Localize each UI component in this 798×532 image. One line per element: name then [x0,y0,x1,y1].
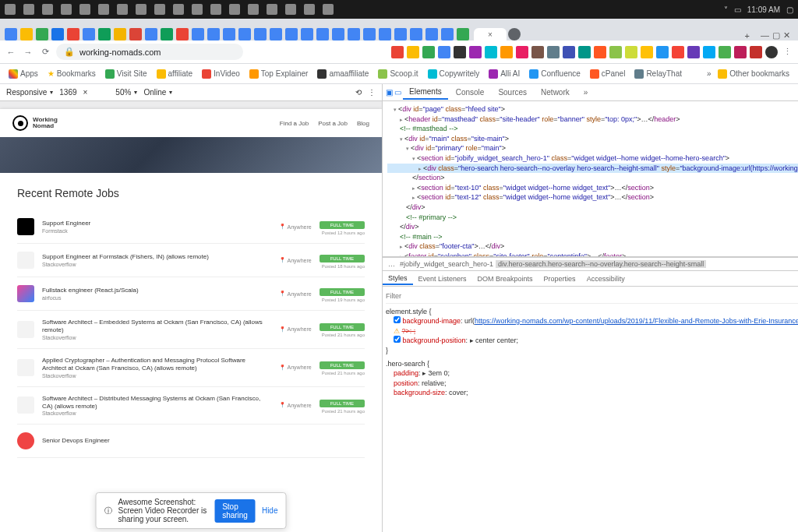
tab-favicon[interactable] [145,28,157,41]
tab-favicon[interactable] [176,28,189,41]
nav-link[interactable]: Find a Job [280,120,309,127]
extension-icon[interactable] [594,46,606,58]
tab-favicon[interactable] [332,28,344,41]
extension-icon[interactable] [500,46,513,58]
dom-tree[interactable]: <div id="page" class="hfeed site"> <head… [383,101,798,257]
extension-icon[interactable] [719,46,731,58]
job-row[interactable]: Support Engineer at Formstack (Fishers, … [17,244,365,277]
job-row[interactable]: Software Architect – Distributed Messagi… [17,387,365,425]
tab-favicon[interactable] [441,28,454,41]
extension-icon[interactable] [687,46,700,58]
other-bookmarks[interactable]: » Other bookmarks [703,67,793,81]
bookmark-item[interactable]: amaaffiliate [313,67,373,81]
tab-favicon[interactable] [192,28,204,41]
tab-sources[interactable]: Sources [492,86,533,99]
taskbar-app-icon[interactable] [61,4,72,15]
tab-favicon[interactable] [348,28,360,41]
extension-icon[interactable] [672,46,684,58]
back-button[interactable]: ← [5,46,17,58]
bookmark-item[interactable]: Confluence [525,67,584,81]
dom-breakpoints-tab[interactable]: DOM Breakpoints [472,273,538,284]
extension-icon[interactable] [516,46,528,58]
extension-icon[interactable] [485,46,497,58]
taskbar-app-icon[interactable] [98,4,109,15]
event-listeners-tab[interactable]: Event Listeners [413,273,472,284]
css-prop-toggle[interactable] [394,316,401,323]
styles-tab[interactable]: Styles [383,273,413,285]
device-toggle-icon[interactable]: ▭ [394,88,401,97]
selected-dom-node[interactable]: <div class="hero-search hero-search--no-… [387,164,798,174]
extension-icon[interactable] [531,46,544,58]
device-mode-select[interactable]: Responsive [6,88,53,97]
throttle-select[interactable]: Online [143,88,172,97]
tab-favicon[interactable] [207,28,220,41]
tab-favicon[interactable] [5,28,17,41]
tab-favicon[interactable] [394,28,407,41]
tab-console[interactable]: Console [450,86,491,99]
device-menu-icon[interactable]: ⋮ [368,88,376,97]
url-input[interactable]: 🔒 working-nomads.com [56,44,243,60]
tab-close-icon[interactable]: × [488,30,493,39]
active-tab[interactable]: × [474,28,507,41]
bookmark-item[interactable]: Alli AI [485,67,524,81]
tab-favicon[interactable] [363,28,376,41]
taskbar-app-icon[interactable] [173,4,184,15]
bookmark-item[interactable]: InVideo [198,67,244,81]
extension-icon[interactable] [438,46,450,58]
bookmark-item[interactable]: Visit Site [101,67,151,81]
bookmark-item[interactable]: Scoop.it [374,67,422,81]
extension-icon[interactable] [469,46,482,58]
tab-favicon[interactable] [301,28,313,41]
tray-notifications-icon[interactable]: ▢ [786,5,793,14]
tab-elements[interactable]: Elements [403,85,448,100]
extension-icon[interactable] [703,46,715,58]
job-row[interactable]: Applied Cryptographer – Authentication a… [17,349,365,387]
tab-favicon[interactable] [410,28,422,41]
taskbar-app-icon[interactable] [285,4,296,15]
job-row[interactable]: Software Architect – Embedded Systems at… [17,311,365,349]
device-rotate-icon[interactable]: ⟲ [355,88,362,97]
extension-icon[interactable] [563,46,575,58]
styles-filter-input[interactable] [386,292,798,300]
tab-favicon[interactable] [316,28,329,41]
job-row[interactable]: Fullstack engineer (React.js/Scala)airfo… [17,277,365,311]
tab-favicon[interactable] [457,28,469,41]
window-close-icon[interactable]: ✕ [783,30,790,41]
tab-favicon[interactable] [51,28,64,41]
taskbar-app-icon[interactable] [117,4,128,15]
extension-icon[interactable] [547,46,560,58]
tab-favicon[interactable] [425,28,438,41]
bookmark-item[interactable]: ★Bookmarks [44,67,100,80]
taskbar-app-icon[interactable] [5,4,16,15]
taskbar-app-icon[interactable] [192,4,203,15]
tab-favicon[interactable] [161,28,173,41]
taskbar-app-icon[interactable] [229,4,240,15]
job-row[interactable]: Support EngineerFormstack📍AnywhereFULL T… [17,210,365,244]
extension-icon[interactable] [656,46,669,58]
tab-favicon[interactable] [508,28,521,41]
tab-favicon[interactable] [270,28,282,41]
bookmark-item[interactable]: cPanel [586,67,630,81]
extension-icon[interactable] [422,46,435,58]
taskbar-app-icon[interactable] [79,4,90,15]
tab-favicon[interactable] [83,28,95,41]
site-logo[interactable]: WorkingNomad [12,115,58,131]
forward-button[interactable]: → [22,46,34,58]
extension-icon[interactable] [734,46,747,58]
tab-network[interactable]: Network [535,86,576,99]
tray-battery-icon[interactable]: ▭ [734,5,741,14]
tab-favicon[interactable] [36,28,48,41]
extension-icon[interactable] [750,46,762,58]
stop-sharing-button[interactable]: Stop sharing [214,499,256,523]
tab-favicon[interactable] [67,28,79,41]
profile-avatar[interactable] [765,46,778,58]
tab-favicon[interactable] [20,28,33,41]
tab-more[interactable]: » [577,86,595,99]
tab-favicon[interactable] [129,28,142,41]
new-tab-button[interactable]: + [739,31,756,41]
window-maximize-icon[interactable]: ▢ [772,30,780,41]
inspect-icon[interactable]: ▣ [386,88,393,97]
job-row[interactable]: Senior Devops Engineer [17,425,365,458]
bookmark-item[interactable]: Top Explainer [245,67,312,81]
tab-favicon[interactable] [379,28,391,41]
